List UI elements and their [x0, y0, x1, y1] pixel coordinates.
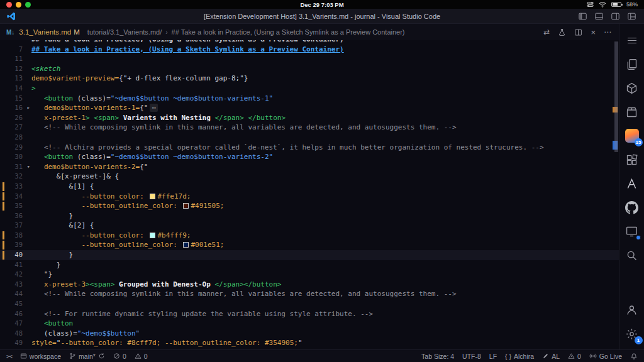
- code-line[interactable]: 41 }: [0, 260, 619, 270]
- line-number: 12: [14, 64, 23, 74]
- tab-filename[interactable]: 3.1_Varients.md: [19, 28, 71, 36]
- code-line[interactable]: 15 <button (class)="~demo$$button ~demo$…: [0, 94, 619, 104]
- gutter: 48: [0, 329, 31, 339]
- code-editor[interactable]: ## Take a look in Practice, (Using a Ske…: [0, 40, 619, 349]
- gutter: 28: [0, 133, 31, 143]
- more-actions-icon[interactable]: ⋯: [604, 28, 611, 36]
- encoding-indicator[interactable]: UTF-8: [462, 353, 481, 360]
- errors-indicator[interactable]: 0: [113, 353, 126, 360]
- fold-expanded-icon[interactable]: ▾: [27, 162, 30, 172]
- line-number: 39: [14, 240, 23, 250]
- code-line[interactable]: 39 --button_outline_color: #001e51;: [0, 240, 619, 250]
- code-line[interactable]: 12<sketch: [0, 64, 619, 74]
- battery-percent: 58%: [626, 1, 638, 8]
- customize-layout-icon[interactable]: [627, 12, 636, 21]
- code-line[interactable]: 48 (class)="~demo$$button": [0, 329, 619, 339]
- al-count-indicator[interactable]: 0: [568, 353, 581, 360]
- language-indicator[interactable]: { } Alchira: [505, 353, 534, 360]
- color-swatch[interactable]: [150, 194, 155, 199]
- code-line[interactable]: 31▾ demo$button-varients-2={": [0, 162, 619, 172]
- split-editor-icon[interactable]: [574, 28, 582, 36]
- color-swatch[interactable]: [150, 233, 155, 238]
- code-line[interactable]: 42 "}: [0, 270, 619, 280]
- code-line[interactable]: 27 <!-- While composing symlink in this …: [0, 123, 619, 133]
- code-line[interactable]: 47 <button: [0, 319, 619, 329]
- git-branch-icon: [69, 353, 76, 359]
- code-line[interactable]: 13demo$varient-preview={"+ d-flex flex-c…: [0, 74, 619, 84]
- sync-icon[interactable]: [98, 353, 105, 359]
- code-line[interactable]: 7## Take a look in Practice, (Using a Sk…: [0, 45, 619, 55]
- menu-icon[interactable]: [619, 28, 644, 52]
- code-line[interactable]: 11: [0, 54, 619, 64]
- breadcrumb-separator-icon: ›: [165, 29, 167, 36]
- warnings-indicator[interactable]: 0: [135, 353, 148, 360]
- breadcrumb: tutorial/3.1_Varients.md/ › ## Take a lo…: [87, 28, 405, 36]
- code-line[interactable]: 46 <!-- For runtime dynamic styling upda…: [0, 309, 619, 319]
- search-icon[interactable]: [619, 243, 644, 267]
- letter-a-icon[interactable]: [619, 172, 644, 195]
- code-line[interactable]: 44 <!-- While composing symlink in this …: [0, 289, 619, 299]
- code-line[interactable]: 14>: [0, 84, 619, 94]
- extensions-icon[interactable]: [619, 148, 644, 172]
- scrollbar-thumb[interactable]: [614, 41, 618, 152]
- breadcrumb-path[interactable]: tutorial/3.1_Varients.md/: [87, 28, 162, 36]
- tab-size-indicator[interactable]: Tab Size: 4: [421, 353, 454, 360]
- settings-gear-icon[interactable]: 1: [619, 322, 644, 346]
- close-icon[interactable]: ×: [591, 28, 596, 36]
- gutter: 40: [0, 250, 31, 260]
- code-line[interactable]: 38 --button_color: #b4fff9;: [0, 231, 619, 241]
- code-line[interactable]: 28: [0, 133, 619, 143]
- toggle-secondary-sidebar-icon[interactable]: [611, 12, 620, 21]
- code-line[interactable]: 16▸ demo$button-varients-1={"⋯: [0, 103, 619, 113]
- package-icon[interactable]: [619, 100, 644, 124]
- code-line[interactable]: 37 &[2] {: [0, 221, 619, 231]
- toggle-panel-icon[interactable]: [594, 12, 604, 21]
- go-live-button[interactable]: Go Live: [589, 353, 622, 360]
- gutter: 39: [0, 240, 31, 250]
- code-line[interactable]: 43 x-preset-3><span> Grouped with Denest…: [0, 280, 619, 290]
- git-branch-indicator[interactable]: main*: [69, 353, 105, 360]
- code-line[interactable]: 32 &[x-preset-]& {: [0, 172, 619, 182]
- code-line[interactable]: 35 --button_outline_color: #491505;: [0, 201, 619, 211]
- eol-indicator[interactable]: LF: [489, 353, 497, 360]
- color-swatch[interactable]: [183, 203, 189, 209]
- account-icon[interactable]: [619, 298, 644, 322]
- macos-menu-bar: Dec 29 7:03 PM 58%: [0, 0, 644, 9]
- layout-controls: [578, 12, 636, 21]
- fold-collapsed-icon[interactable]: ▸: [27, 103, 30, 113]
- remote-icon: ><: [6, 353, 12, 359]
- beaker-icon[interactable]: [558, 28, 566, 36]
- explorer-icon[interactable]: [619, 52, 644, 76]
- traffic-light-close[interactable]: [6, 2, 12, 8]
- code-line[interactable]: 36 }: [0, 211, 619, 221]
- workspace-indicator[interactable]: workspace: [20, 353, 61, 360]
- remote-indicator[interactable]: ><: [6, 353, 12, 359]
- code-line[interactable]: 33 &[1] {: [0, 182, 619, 192]
- gutter: 49: [0, 338, 31, 348]
- alchira-extension-icon[interactable]: 15: [619, 124, 644, 148]
- notifications-bell[interactable]: [630, 353, 638, 360]
- broadcast-icon: [589, 353, 597, 359]
- code-line[interactable]: 45: [0, 299, 619, 309]
- live-preview-icon[interactable]: [619, 219, 644, 243]
- color-swatch[interactable]: [183, 242, 189, 248]
- code-text: <!-- Alchira provieds a special operator…: [31, 143, 544, 153]
- code-line[interactable]: 26 x-preset-1> <span> Varients with Nest…: [0, 113, 619, 123]
- breadcrumb-symbol[interactable]: ## Take a look in Practice, (Using a Ske…: [172, 28, 405, 36]
- toggle-sidebar-icon[interactable]: [578, 12, 587, 21]
- compare-changes-icon[interactable]: ⇄: [543, 28, 550, 36]
- control-center-icon[interactable]: [587, 1, 594, 8]
- code-line[interactable]: 49style="--button_color: #8cff7d; --butt…: [0, 338, 619, 348]
- wifi-icon[interactable]: [599, 1, 606, 8]
- code-line[interactable]: 34 --button_color: #ffe17d;: [0, 192, 619, 202]
- code-line[interactable]: 40 }: [0, 250, 619, 260]
- cube-icon[interactable]: [619, 76, 644, 100]
- battery-icon[interactable]: [611, 2, 621, 7]
- github-icon[interactable]: [619, 195, 644, 219]
- code-line[interactable]: 29 <!-- Alchira provieds a special opera…: [0, 143, 619, 153]
- traffic-light-zoom[interactable]: [25, 2, 31, 8]
- traffic-light-minimize[interactable]: [16, 2, 21, 8]
- code-line[interactable]: 30 <button (class)="~demo$$button ~demo$…: [0, 152, 619, 162]
- al-indicator[interactable]: AL: [542, 353, 560, 360]
- code-line-ghost[interactable]: ## Take a look in Practice, (Using a Ske…: [0, 40, 619, 45]
